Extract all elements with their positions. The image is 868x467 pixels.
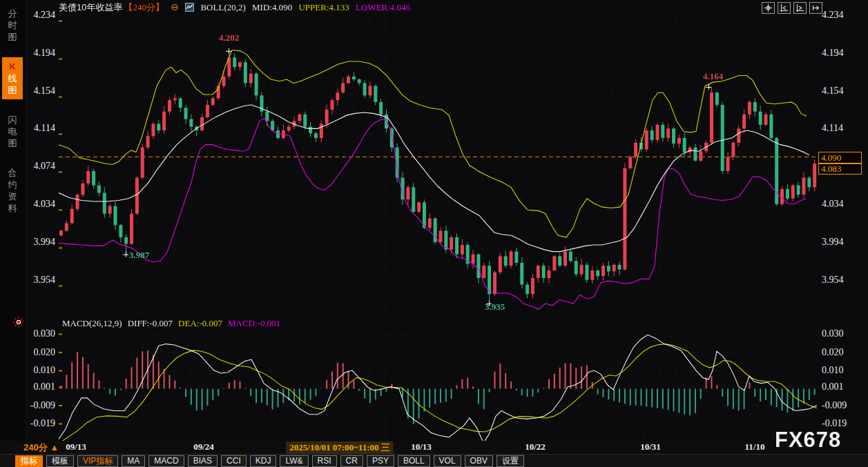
- period-arrow-icon: ▲: [50, 442, 59, 453]
- axis-label: 4.194: [822, 48, 865, 59]
- time-axis: 240分 ▲ 09/1309/242025/10/01 07:00~11:00 …: [0, 441, 868, 454]
- toolbar-button-模板[interactable]: 模板: [46, 455, 74, 467]
- sidebar-tab-char: 图: [2, 31, 23, 43]
- toolbar-button-LW&[interactable]: LW&: [280, 455, 308, 467]
- axis-label: 0.030: [21, 328, 55, 339]
- axis-label: 4.154: [822, 86, 865, 97]
- axis-label: 4.034: [21, 199, 55, 210]
- axis-label: 3.994: [21, 237, 55, 248]
- axis-label: 0.010: [822, 365, 865, 376]
- sidebar-tab-char: 图: [2, 84, 23, 96]
- last-price-tag: 4.083: [818, 163, 862, 175]
- pan-right-icon[interactable]: [793, 2, 807, 14]
- mini-chart-icon[interactable]: [185, 3, 194, 14]
- axis-label: 0.010: [21, 365, 55, 376]
- period-tag: 【240分】: [124, 2, 164, 12]
- sidebar-tab-2[interactable]: K线图: [2, 57, 23, 99]
- axis-label: 0.020: [822, 347, 865, 358]
- candlestick-chart[interactable]: [59, 0, 818, 441]
- chart-view-toolbar: [762, 2, 822, 14]
- toolbar-button-CCI[interactable]: CCI: [221, 455, 247, 467]
- sidebar-tab-1[interactable]: 分时图: [2, 4, 23, 46]
- boll-upper-value: UPPER:4.133: [298, 2, 349, 12]
- axis-label: 0.030: [822, 328, 865, 339]
- date-tick-label: 09/13: [66, 441, 86, 453]
- instrument-title: 美债10年收益率: [59, 2, 122, 12]
- sidebar-tab-3[interactable]: 闪电图: [2, 110, 23, 152]
- toolbar-button-指标[interactable]: 指标: [15, 455, 43, 467]
- axis-label: 4.114: [822, 123, 865, 134]
- toolbar-button-设置[interactable]: 设置: [496, 455, 524, 467]
- axis-label: 4.034: [822, 199, 865, 210]
- price-annotation-swing-high: 4.164: [703, 71, 723, 82]
- macd-indicator-header: MACD(26,12,9)DIFF:-0.007DEA:-0.007MACD:-…: [62, 318, 286, 329]
- axis-label: 0.001: [21, 381, 55, 393]
- toolbar-button-KDJ[interactable]: KDJ: [250, 455, 277, 467]
- hovered-candle-time-label: 2025/10/01 07:00~11:00 三: [286, 441, 393, 454]
- boll-mid-value: MID:4.090: [252, 2, 292, 12]
- sidebar-tab-char: 电: [2, 126, 23, 137]
- axis-label: -0.019: [21, 418, 55, 429]
- boll-lower-value: LOWER:4.046: [356, 2, 410, 12]
- boll-mid-price-tag: 4.090: [818, 152, 862, 163]
- sidebar-tab-char: 合: [2, 167, 23, 179]
- date-tick-label: 11/10: [745, 441, 765, 453]
- period-selector[interactable]: 240分 ▲: [23, 441, 59, 454]
- toolbar-button-VIP指标[interactable]: VIP指标: [77, 455, 118, 467]
- axis-label: 3.994: [822, 237, 865, 248]
- macd-params-label: MACD(26,12,9): [62, 318, 122, 328]
- price-annotation-swing-low: 3.935: [485, 301, 505, 312]
- toolbar-button-PSY[interactable]: PSY: [367, 455, 394, 467]
- axis-label: 4.074: [21, 161, 55, 172]
- sidebar-tab-char: 资: [2, 190, 23, 202]
- axis-label: 4.154: [21, 86, 55, 97]
- axis-label: 0.020: [21, 347, 55, 358]
- axis-label: 4.194: [21, 48, 55, 59]
- sidebar-tab-char: 分: [2, 8, 23, 19]
- indicator-toolbar: 指标模板VIP指标MAMACDBIASCCIKDJLW&RSICRPSYBOLL…: [0, 454, 868, 467]
- trading-app-window: 分时图K线图闪电图合约资料 美债10年收益率【240分】 ⊖ BOLL(20,2…: [0, 0, 868, 467]
- axis-label: -0.009: [822, 400, 865, 411]
- chart-header: 美债10年收益率【240分】 ⊖ BOLL(20,2) MID:4.090 UP…: [59, 1, 414, 15]
- date-tick-label: 09/24: [193, 441, 214, 453]
- toolbar-button-OBV[interactable]: OBV: [465, 455, 493, 467]
- axis-label: 4.234: [822, 10, 865, 21]
- price-annotation-swing-low: 3.987: [129, 250, 149, 261]
- crosshair-icon[interactable]: [762, 2, 775, 14]
- watermark-logo: FX678: [775, 428, 841, 453]
- date-tick-label: 10/31: [640, 441, 661, 453]
- sidebar-tab-char: 料: [2, 202, 23, 214]
- axis-label: -0.009: [21, 400, 55, 411]
- axis-label: 4.114: [21, 123, 55, 134]
- axis-label: 4.234: [21, 10, 55, 21]
- toolbar-button-MACD[interactable]: MACD: [148, 455, 184, 467]
- sidebar-tab-char: 线: [2, 72, 23, 84]
- step-right-icon[interactable]: [809, 2, 822, 14]
- sidebar-tab-char: 约: [2, 179, 23, 190]
- toolbar-button-VOL[interactable]: VOL: [434, 455, 461, 467]
- toolbar-button-CR[interactable]: CR: [340, 455, 363, 467]
- collapse-icon[interactable]: ⊖: [171, 2, 179, 12]
- toolbar-button-BIAS[interactable]: BIAS: [188, 455, 218, 467]
- toolbar-button-RSI[interactable]: RSI: [312, 455, 337, 467]
- sidebar-tab-char: 闪: [2, 114, 23, 126]
- sidebar-tab-4[interactable]: 合约资料: [2, 163, 23, 217]
- toolbar-button-MA[interactable]: MA: [122, 455, 145, 467]
- axis-label: 3.954: [822, 275, 865, 286]
- macd-dea-value: DEA:-0.007: [178, 318, 222, 328]
- boll-params-label: BOLL(20,2): [200, 2, 245, 12]
- price-annotation-swing-high: 4.202: [219, 32, 239, 43]
- date-tick-label: 10/13: [411, 441, 432, 453]
- sidebar-tab-char: K: [2, 61, 23, 72]
- date-tick-label: 10/22: [525, 441, 546, 453]
- axis-label: 3.954: [21, 275, 55, 286]
- pan-left-icon[interactable]: [778, 2, 791, 14]
- alert-blink-icon[interactable]: [13, 317, 24, 328]
- macd-diff-value: DIFF:-0.007: [128, 318, 173, 328]
- sidebar-tab-char: 时: [2, 19, 23, 31]
- macd-hist-value: MACD:-0.001: [228, 318, 280, 328]
- toolbar-button-BOLL[interactable]: BOLL: [398, 455, 430, 467]
- axis-label: 0.001: [822, 381, 865, 393]
- sidebar-tab-char: 图: [2, 137, 23, 149]
